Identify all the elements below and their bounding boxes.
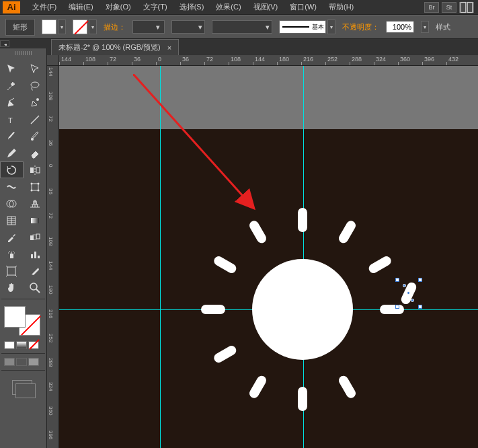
stroke-dropdown[interactable]	[89, 20, 97, 34]
tab-close-button[interactable]: ×	[167, 44, 171, 52]
eraser-tool[interactable]	[24, 145, 47, 161]
sun-ray[interactable]	[212, 344, 238, 364]
magic-wand-tool[interactable]	[0, 77, 24, 94]
svg-rect-27	[7, 267, 15, 275]
svg-rect-26	[38, 256, 40, 258]
gradient-mode-button[interactable]	[16, 341, 27, 349]
ruler-origin[interactable]	[47, 55, 59, 66]
document-tab[interactable]: 未标题-2* @ 100% (RGB/预览) ×	[51, 39, 179, 55]
bbox-handle[interactable]	[418, 305, 422, 309]
svg-rect-0	[461, 2, 466, 12]
sun-ray[interactable]	[298, 387, 307, 411]
guide-vertical-1[interactable]	[160, 66, 161, 448]
eyedropper-tool[interactable]	[0, 229, 24, 246]
stock-icon[interactable]: St	[442, 2, 456, 13]
perspective-grid-tool[interactable]	[24, 195, 47, 212]
pen-tool[interactable]	[0, 94, 24, 111]
fill-swatch[interactable]	[42, 20, 56, 34]
artboard-tool[interactable]	[0, 262, 24, 279]
canvas[interactable]	[59, 66, 478, 448]
panel-grip[interactable]	[15, 51, 32, 55]
panel-collapse-button[interactable]	[0, 40, 9, 47]
bridge-icon[interactable]: Br	[424, 2, 439, 13]
curvature-tool[interactable]	[24, 94, 47, 111]
lasso-tool[interactable]	[24, 77, 47, 94]
menu-effect[interactable]: 效果(C)	[210, 0, 246, 14]
svg-rect-11	[32, 184, 38, 190]
selected-object[interactable]	[397, 280, 420, 307]
fill-dropdown[interactable]	[58, 20, 66, 34]
stroke-weight-input[interactable]: ▾	[132, 20, 165, 34]
arrange-icon[interactable]	[459, 2, 474, 13]
stroke-profile-dropdown[interactable]: ▾	[171, 20, 205, 34]
direct-selection-tool[interactable]	[24, 61, 47, 77]
menu-view[interactable]: 视图(V)	[248, 0, 284, 14]
screen-mode-button[interactable]	[0, 373, 46, 395]
brush-def-dropdown[interactable]: ▾	[212, 20, 272, 34]
color-mode-button[interactable]	[4, 341, 15, 349]
menu-file[interactable]: 文件(F)	[27, 0, 62, 14]
rotate-tool[interactable]	[0, 161, 24, 178]
brush-tool[interactable]	[0, 128, 24, 145]
stroke-style-preview[interactable]: 基本	[279, 20, 326, 34]
svg-point-15	[37, 189, 39, 191]
zoom-tool[interactable]	[24, 279, 47, 296]
draw-behind-button[interactable]	[16, 358, 27, 366]
column-graph-tool[interactable]	[24, 246, 47, 262]
sun-ray[interactable]	[367, 254, 393, 274]
symbol-sprayer-tool[interactable]	[0, 246, 24, 262]
svg-rect-21	[36, 234, 40, 239]
sun-core-circle[interactable]	[252, 259, 353, 360]
fill-color-swatch[interactable]	[4, 306, 26, 328]
none-mode-button[interactable]	[28, 341, 39, 349]
svg-line-6	[31, 116, 39, 124]
bbox-handle[interactable]	[395, 278, 399, 282]
opacity-label: 不透明度：	[342, 22, 379, 32]
sun-ray[interactable]	[201, 305, 225, 314]
selection-tool[interactable]	[0, 61, 24, 77]
sun-ray[interactable]	[247, 374, 268, 400]
style-label: 样式	[436, 22, 450, 32]
menu-type[interactable]: 文字(T)	[138, 0, 173, 14]
blend-tool[interactable]	[24, 229, 47, 246]
stroke-swatch[interactable]	[73, 20, 87, 34]
draw-inside-button[interactable]	[28, 358, 39, 366]
menu-select[interactable]: 选择(S)	[174, 0, 210, 14]
hand-tool[interactable]	[0, 279, 24, 296]
ruler-horizontal[interactable]: 1441087236036721081441802162522883243603…	[59, 55, 478, 66]
bbox-handle[interactable]	[418, 278, 422, 282]
type-tool[interactable]: T	[0, 111, 24, 128]
menu-object[interactable]: 对象(O)	[100, 0, 136, 14]
svg-rect-25	[34, 252, 36, 258]
bbox-handle[interactable]	[395, 305, 399, 309]
anchor-point[interactable]	[411, 299, 414, 302]
center-point[interactable]	[407, 291, 410, 295]
ruler-vertical[interactable]: 1441087236036721081441802162522883243603…	[47, 66, 59, 448]
anchor-point[interactable]	[403, 284, 406, 287]
sun-ray[interactable]	[298, 208, 307, 232]
blob-brush-tool[interactable]	[24, 128, 47, 145]
menu-window[interactable]: 窗口(W)	[284, 0, 322, 14]
tools-panel: T	[0, 48, 47, 448]
slice-tool[interactable]	[24, 262, 47, 279]
line-tool[interactable]	[24, 111, 47, 128]
free-transform-tool[interactable]	[24, 178, 47, 195]
reflect-tool[interactable]	[24, 161, 46, 178]
fill-stroke-swatches[interactable]	[0, 302, 46, 340]
width-tool[interactable]	[0, 178, 24, 195]
opacity-dropdown[interactable]	[421, 21, 429, 33]
menu-help[interactable]: 帮助(H)	[323, 0, 359, 14]
mesh-tool[interactable]	[0, 212, 24, 229]
pencil-tool[interactable]	[0, 145, 24, 161]
sun-ray[interactable]	[212, 254, 238, 274]
menu-edit[interactable]: 编辑(E)	[63, 0, 99, 14]
sun-ray[interactable]	[337, 219, 357, 245]
gradient-tool[interactable]	[24, 212, 47, 229]
stroke-style-dropdown[interactable]	[327, 20, 335, 34]
draw-normal-button[interactable]	[4, 358, 15, 366]
shape-builder-tool[interactable]	[0, 195, 24, 212]
opacity-input[interactable]	[386, 21, 414, 33]
svg-point-14	[30, 189, 32, 191]
sun-ray[interactable]	[247, 219, 268, 245]
sun-ray[interactable]	[337, 374, 357, 400]
